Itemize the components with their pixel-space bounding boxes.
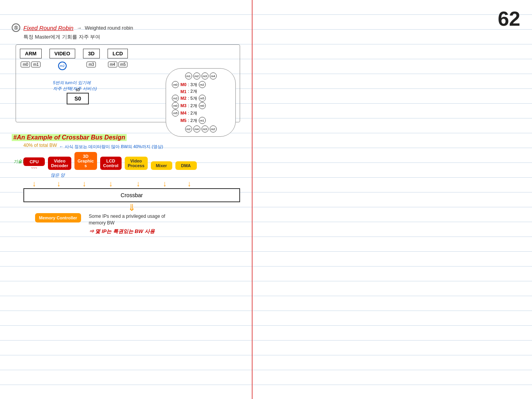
mixer-box: Mixer xyxy=(151,161,172,170)
bw-note: 40% of total BW xyxy=(23,143,57,148)
m1-node: m1 xyxy=(31,62,41,67)
3d-group: 3D m3 xyxy=(83,49,100,67)
rr-top-m3: m3 xyxy=(201,72,209,79)
crossbar-title: #An Example of Crossbar Bus Design xyxy=(12,134,127,141)
privileged-korean: ⇒ 몇 IP는 특권있는 BW 사용 xyxy=(89,228,167,235)
arrow-mixer: ↓ xyxy=(154,179,175,188)
rr-row-1: M1: 2개 xyxy=(172,88,230,94)
video-process-master: VideoProcess xyxy=(125,157,148,170)
top-blocks: ARM m0 m1 VIDEO m2 xyxy=(20,49,236,70)
bottom-section: Memory Controller Some IPs need a privil… xyxy=(35,213,240,235)
crossbar-bar: Crossbar xyxy=(23,188,240,202)
fixed-rr-title: Fixed Round Robin xyxy=(23,25,73,31)
some-ips-text: Some IPs need a privileged usage of memo… xyxy=(89,213,167,226)
rr-bot-m2: m2 xyxy=(185,125,192,132)
video-block: VIDEO xyxy=(49,49,75,58)
arm-nodes: m0 m1 xyxy=(21,62,41,67)
rr-row-5: M5: 2개 m1 xyxy=(172,117,230,124)
crossbar-down-arrow-container: ⇓ xyxy=(23,202,240,213)
arrows-row: ↓ ↓ ↓ ↓ ↓ ↓ ↓ xyxy=(23,179,240,188)
circle-number: ⑤ xyxy=(12,23,20,32)
some-ips-area: Some IPs need a privileged usage of memo… xyxy=(89,213,167,235)
down-arrow-vp: ↓ xyxy=(136,179,140,188)
section2: #An Example of Crossbar Bus Design 40% o… xyxy=(12,134,244,235)
mixer-master: Mixer xyxy=(151,161,172,170)
rr-table: m1 m2 m3 m4 m0 M0: 3개 m2 M1: 2개 xyxy=(166,68,236,137)
rr-top-m1: m1 xyxy=(185,72,192,79)
down-arrow-cpu: ↓ xyxy=(32,179,36,188)
arrow-dma: ↓ xyxy=(179,179,200,188)
m0-node: m0 xyxy=(21,62,30,67)
rr-row-3: m0 M3: 2개 m0 xyxy=(172,102,230,109)
lcd-control-master: LCDControl xyxy=(100,157,122,170)
rr-row-0: m0 M0: 3개 m2 xyxy=(172,81,230,88)
m5-node: m5 xyxy=(118,62,128,67)
rr-top-m4: m4 xyxy=(210,72,217,79)
s0-box: S0 xyxy=(67,93,89,104)
diagram1: ARM m0 m1 VIDEO m2 xyxy=(16,44,240,122)
cpu-wave: ~~~ xyxy=(31,166,37,170)
page-container: ⑤ Fixed Round Robin → Weighted round rob… xyxy=(0,0,532,399)
m3-node: m3 xyxy=(87,62,96,67)
3d-block: 3D xyxy=(83,49,100,58)
arrow-vp: ↓ xyxy=(125,179,151,188)
video-nodes: m2 xyxy=(58,62,67,70)
cpu-box: CPU xyxy=(23,157,45,166)
video-decoder-box: VideoDecoder xyxy=(48,157,71,170)
lcd-control-box: LCDControl xyxy=(100,157,122,170)
rr-bot-m2b: m2 xyxy=(210,125,217,132)
arrow-lcd: ↓ xyxy=(99,179,122,188)
right-panel-lines xyxy=(253,0,532,399)
down-arrow-dma: ↓ xyxy=(187,179,191,188)
arrow-text: → xyxy=(76,25,81,31)
rr-row-4: m5 M4: 2개 xyxy=(172,109,230,117)
s0-label: s0 xyxy=(67,88,89,92)
left-panel: ⑤ Fixed Round Robin → Weighted round rob… xyxy=(0,0,253,399)
down-arrow-mixer: ↓ xyxy=(163,179,167,188)
video-group: VIDEO m2 xyxy=(49,49,75,70)
diagram2: 기술한 방러 CPU ~~~ VideoDecoder xyxy=(16,152,240,235)
memory-controller-box: Memory Controller xyxy=(35,213,81,222)
s0-area: s0 S0 xyxy=(67,88,89,118)
arrow-cpu: ↓ xyxy=(23,179,45,188)
arm-group: ARM m0 m1 xyxy=(20,49,42,67)
dma-box: DMA xyxy=(175,161,197,170)
title-row-1: ⑤ Fixed Round Robin → Weighted round rob… xyxy=(12,23,244,32)
label-many: 많은 양 xyxy=(51,172,240,178)
dma-master: DMA xyxy=(175,161,197,170)
lcd-group: LCD m4 m5 xyxy=(108,49,128,67)
masters-area: CPU ~~~ VideoDecoder 3DGraphics xyxy=(23,152,240,235)
down-arrow-vd: ↓ xyxy=(57,179,61,188)
page-number: 62 xyxy=(498,7,520,30)
cpu-master: CPU ~~~ xyxy=(23,157,45,170)
3d-graphic-box: 3DGraphics xyxy=(74,152,97,170)
3d-graphic-master: 3DGraphics xyxy=(74,152,97,170)
lcd-nodes: m4 m5 xyxy=(108,62,128,67)
arrow-3d: ↓ xyxy=(72,179,96,188)
down-arrow-3d: ↓ xyxy=(82,179,86,188)
rr-row-2: m2 M2: 5개 m5 xyxy=(172,95,230,102)
rr-top-m2: m2 xyxy=(193,72,200,79)
video-decoder-master: VideoDecoder xyxy=(48,157,71,170)
lcd-block: LCD xyxy=(108,49,128,58)
rr-bot-m4: m4 xyxy=(193,125,200,132)
weighted-rr-label: Weighted round robin xyxy=(85,25,133,31)
arm-block: ARM xyxy=(20,49,42,58)
arrow-vd: ↓ xyxy=(48,179,69,188)
m2-circle-node: m2 xyxy=(58,62,67,70)
3d-nodes: m3 xyxy=(87,62,96,67)
subtitle-korean: 특정 Master에게 기회를 자주 부여 xyxy=(23,34,244,41)
section1: ⑤ Fixed Round Robin → Weighted round rob… xyxy=(12,23,244,122)
down-arrow-lcd: ↓ xyxy=(109,179,113,188)
right-panel xyxy=(253,0,532,399)
rr-bot-m3: m3 xyxy=(201,125,209,132)
crossbar-down-arrow: ⇓ xyxy=(128,202,136,213)
left-content: ⑤ Fixed Round Robin → Weighted round rob… xyxy=(0,0,252,243)
masters-row: CPU ~~~ VideoDecoder 3DGraphics xyxy=(23,152,240,170)
m4-node: m4 xyxy=(108,62,117,67)
video-process-box: VideoProcess xyxy=(125,157,148,170)
bw-annotation: ← 사식 정보는 데이터량이 많아 BW의 40%까지 (영상) xyxy=(59,144,163,150)
